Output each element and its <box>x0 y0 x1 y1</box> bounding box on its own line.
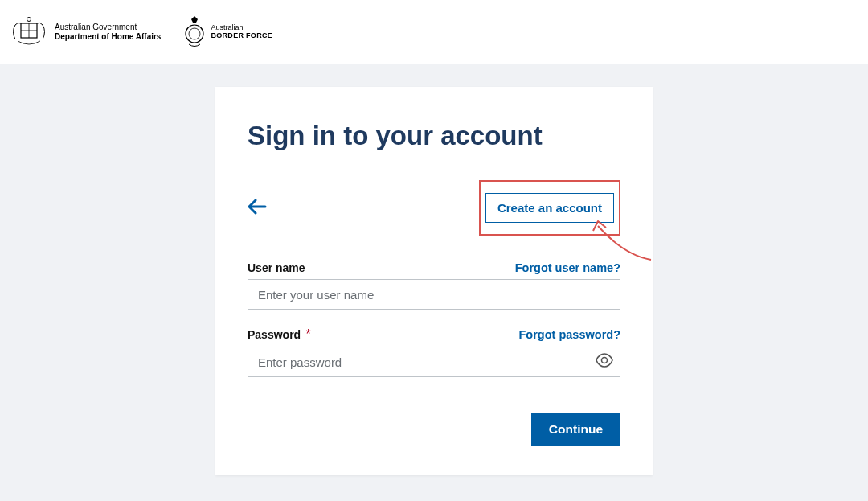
continue-row: Continue <box>248 413 620 446</box>
abf-logo-block: Australian BORDER FORCE <box>183 14 272 50</box>
svg-point-3 <box>27 18 31 22</box>
username-label: User name <box>248 261 305 274</box>
password-field-block: Password * Forgot password? <box>248 327 620 377</box>
password-label: Password <box>248 328 301 341</box>
header: Australian Government Department of Home… <box>0 0 868 64</box>
svg-point-5 <box>189 28 200 39</box>
svg-point-6 <box>602 358 608 363</box>
gov-logo-line1: Australian Government <box>55 23 161 32</box>
page-title: Sign in to your account <box>248 121 620 151</box>
password-input[interactable] <box>248 347 620 377</box>
signin-card: Sign in to your account Create an accoun… <box>215 87 653 475</box>
forgot-password-link[interactable]: Forgot password? <box>519 328 620 341</box>
back-arrow-icon[interactable] <box>248 199 267 218</box>
create-account-highlight: Create an account <box>479 180 620 236</box>
top-row: Create an account <box>248 180 620 236</box>
abf-logo-line2: BORDER FORCE <box>211 32 272 40</box>
gov-logo-line2: Department of Home Affairs <box>55 32 161 42</box>
password-label-wrap: Password * <box>248 327 311 342</box>
username-input[interactable] <box>248 279 620 310</box>
create-account-button[interactable]: Create an account <box>485 193 614 223</box>
username-input-wrap <box>248 279 620 310</box>
abf-crest-icon <box>183 14 206 50</box>
main: Sign in to your account Create an accoun… <box>0 64 868 475</box>
password-input-wrap <box>248 347 620 377</box>
gov-logo-text: Australian Government Department of Home… <box>55 23 161 42</box>
username-label-row: User name Forgot user name? <box>248 261 620 274</box>
coat-of-arms-icon <box>10 15 48 49</box>
gov-logo-block: Australian Government Department of Home… <box>10 15 161 49</box>
forgot-username-link[interactable]: Forgot user name? <box>515 261 620 274</box>
continue-button[interactable]: Continue <box>531 413 620 446</box>
toggle-password-visibility-icon[interactable] <box>595 351 614 373</box>
required-mark: * <box>306 327 311 341</box>
username-field-block: User name Forgot user name? <box>248 261 620 310</box>
callout-arrow-icon <box>592 220 654 263</box>
svg-point-4 <box>186 25 203 43</box>
abf-logo-text: Australian BORDER FORCE <box>211 24 272 40</box>
password-label-row: Password * Forgot password? <box>248 327 620 342</box>
